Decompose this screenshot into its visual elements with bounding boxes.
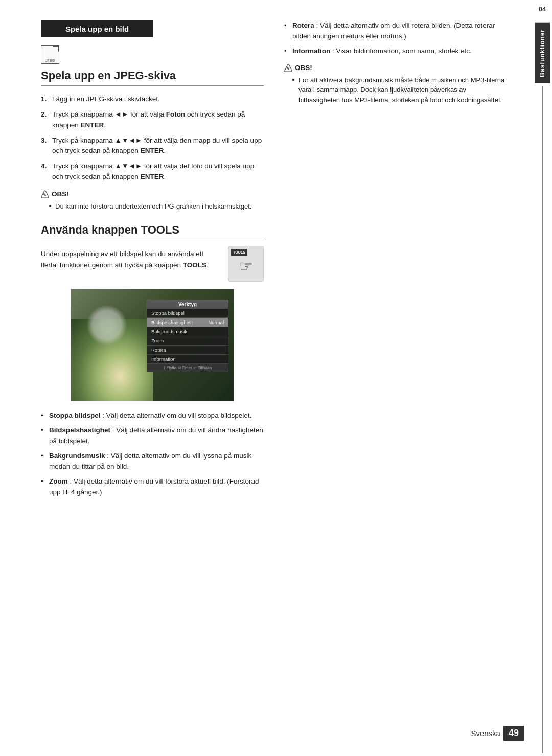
steps-list: Lägg in en JPEG-skiva i skivfacket. Tryc… [41, 94, 264, 182]
obs-item-left-1: Du kan inte förstora undertexten och PG-… [49, 201, 264, 212]
svg-text:✎: ✎ [286, 66, 290, 71]
left-column: Spela upp en bild Spela upp en JPEG-skiv… [41, 20, 264, 502]
section-title-tools: Använda knappen TOOLS [41, 223, 264, 240]
tools-menu-overlay: Verktyg Stoppa bildspel Bildspelshastigh… [147, 300, 228, 372]
two-column-layout: Spela upp en bild Spela upp en JPEG-skiv… [41, 20, 507, 502]
obs-section-right: ✎ OBS! För att aktivera bakgrundsmusik m… [284, 64, 507, 105]
step-3-bold: ENTER [141, 147, 164, 154]
tools-menu-item-4-label: Rotera [151, 347, 166, 353]
tools-menu-item-5-label: Information [151, 356, 176, 362]
page-number: 49 [503, 726, 524, 741]
bullet-left-3-bold: Zoom [49, 477, 68, 485]
sidebar-chapter-number: 04 [539, 5, 546, 13]
obs-title-right: ✎ OBS! [284, 64, 507, 72]
bullet-left-0-bold: Stoppa bildspel [49, 411, 101, 419]
sidebar-tab: 04 Basfunktioner [533, 0, 552, 756]
bullet-left-3-text: : Välj detta alternativ om du vill först… [49, 477, 259, 496]
tools-button-label: TOOLS [231, 249, 247, 256]
obs-icon-right: ✎ [284, 64, 292, 72]
tools-menu-title: Verktyg [147, 300, 228, 309]
bullet-right-0: Rotera : Välj detta alternativ om du vil… [284, 20, 507, 42]
bullet-right-0-bold: Rotera [292, 21, 314, 29]
tools-intro-before: Under uppspelning av ett bildspel kan du… [41, 250, 203, 269]
step-2-bold: Foton [166, 110, 185, 118]
bullet-left-3: Zoom : Välj detta alternativ om du vill … [41, 476, 264, 498]
obs-item-right-1: För att aktivera bakgrundsmusik måste bå… [292, 75, 507, 105]
tools-bold: TOOLS [183, 261, 206, 269]
tools-menu-item-0: Stoppa bildspel [147, 309, 228, 318]
tools-button-hand-icon: ☞ [239, 254, 253, 279]
tools-menu-item-2-label: Bakgrundsmusik [151, 329, 187, 334]
obs-title-left-text: OBS! [52, 190, 69, 198]
tools-intro-text: Under uppspelning av ett bildspel kan du… [41, 248, 220, 270]
tools-button-image: TOOLS ☞ [228, 246, 264, 282]
tools-menu-item-1-value: Normal [208, 319, 224, 325]
bullet-right-1-text: : Visar bildinformation, som namn, storl… [330, 47, 472, 55]
section-heading-box: Spela upp en bild [41, 20, 153, 37]
tools-section: Använda knappen TOOLS Under uppspelning … [41, 223, 264, 497]
bullet-left-0-text: : Välj detta alternativ om du vill stopp… [101, 411, 252, 419]
step-2: Tryck på knapparna ◄► för att välja Foto… [41, 109, 264, 130]
svg-text:✎: ✎ [43, 193, 47, 197]
bullet-left-2-bold: Bakgrundsmusik [49, 452, 105, 460]
bullet-left-0: Stoppa bildspel : Välj detta alternativ … [41, 410, 264, 421]
bullet-right-0-text: : Välj detta alternativ om du vill roter… [292, 21, 495, 40]
page-footer: Svenska 49 [471, 726, 524, 741]
tools-menu-item-1: Bildspelshastighet : Normal [147, 318, 228, 327]
page-container: 04 Basfunktioner Spela upp en bild Spela… [0, 0, 552, 756]
step-2-text-before: Tryck på knapparna ◄► för att välja [52, 110, 166, 118]
bullet-right-1-bold: Information [292, 47, 330, 55]
step-1: Lägg in en JPEG-skiva i skivfacket. [41, 94, 264, 104]
tools-intro-end: . [206, 261, 209, 269]
obs-list-right: För att aktivera bakgrundsmusik måste bå… [284, 75, 507, 105]
step-3: Tryck på knapparna ▲▼◄► för att välja de… [41, 135, 264, 156]
sidebar-chapter-label: Basfunktioner [535, 23, 550, 83]
tools-menu-item-3: Zoom [147, 336, 228, 346]
tools-menu-item-3-label: Zoom [151, 338, 164, 343]
tools-menu-footer: ↕ Flytta ⏎ Enter ↩ Tillbaka [147, 364, 228, 372]
bullet-left-1: Bildspelshastighet : Välj detta alternat… [41, 425, 264, 447]
step-1-text: Lägg in en JPEG-skiva i skivfacket. [52, 95, 160, 103]
jpeg-icon [41, 45, 59, 64]
step-4: Tryck på knapparna ▲▼◄► för att välja de… [41, 161, 264, 182]
page-footer-label: Svenska [471, 729, 500, 738]
tools-screenshot: Verktyg Stoppa bildspel Bildspelshastigh… [71, 289, 234, 401]
sidebar-line [542, 86, 543, 753]
obs-section-left: ✎ OBS! Du kan inte förstora undertexten … [41, 190, 264, 212]
bullet-list-right: Rotera : Välj detta alternativ om du vil… [284, 20, 507, 57]
bullet-list-left: Stoppa bildspel : Välj detta alternativ … [41, 410, 264, 497]
main-content: Spela upp en bild Spela upp en JPEG-skiv… [0, 0, 533, 756]
tools-menu-item-0-label: Stoppa bildspel [151, 310, 185, 316]
obs-title-right-text: OBS! [295, 64, 312, 72]
bullet-right-1: Information : Visar bildinformation, som… [284, 46, 507, 57]
tools-menu-item-2: Bakgrundsmusik [147, 327, 228, 336]
step-2-bold2: ENTER [81, 121, 104, 129]
obs-icon-left: ✎ [41, 190, 49, 198]
tools-intro: Under uppspelning av ett bildspel kan du… [41, 248, 264, 282]
flower-petal-1 [86, 305, 127, 346]
tools-menu-item-4: Rotera [147, 346, 228, 355]
obs-title-left: ✎ OBS! [41, 190, 264, 198]
tools-menu-item-5: Information [147, 355, 228, 364]
section-title-jpeg: Spela upp en JPEG-skiva [41, 69, 264, 86]
tools-menu-item-1-label: Bildspelshastighet : [151, 319, 193, 325]
right-column: Rotera : Välj detta alternativ om du vil… [284, 20, 507, 502]
bullet-left-1-bold: Bildspelshastighet [49, 426, 110, 434]
step-4-bold: ENTER [141, 173, 164, 180]
obs-list-left: Du kan inte förstora undertexten och PG-… [41, 201, 264, 212]
bullet-left-2: Bakgrundsmusik : Välj detta alternativ o… [41, 451, 264, 472]
